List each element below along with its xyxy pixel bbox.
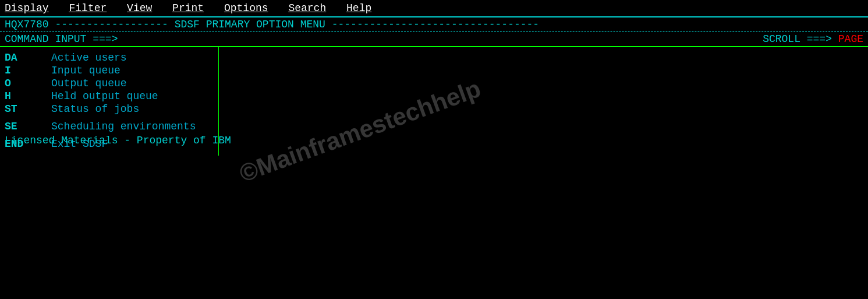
menu-item-search[interactable]: Search	[288, 2, 326, 14]
cmd-desc-i: Input queue	[51, 65, 121, 76]
cmd-desc-o: Output queue	[51, 78, 127, 89]
cmd-desc-h: Held output queue	[51, 90, 158, 102]
footer-text: Licensed Materials - Property of IBM	[5, 135, 231, 146]
scroll-label: SCROLL ===> PAGE	[763, 33, 863, 45]
cmd-code-st[interactable]: ST	[5, 103, 51, 115]
footer: Licensed Materials - Property of IBM	[0, 130, 236, 151]
cmd-desc-st: Status of jobs	[51, 103, 139, 115]
menu-row-h: H Held output queue	[5, 90, 863, 102]
cmd-desc-da: Active users	[51, 52, 127, 64]
scroll-value: PAGE	[838, 33, 863, 45]
menu-item-options[interactable]: Options	[224, 2, 268, 14]
menu-item-filter[interactable]: Filter	[69, 2, 107, 14]
menu-row-da: DA Active users	[5, 52, 863, 64]
menu-row-i: I Input queue	[5, 65, 863, 76]
command-input[interactable]	[120, 33, 236, 45]
content-area: ©Mainframestechhelp DA Active users I In…	[0, 47, 868, 156]
cmd-code-da[interactable]: DA	[5, 52, 51, 64]
terminal-window: Display Filter View Print Options Search…	[0, 0, 868, 299]
header-title: HQX7780 ------------------ SDSF PRIMARY …	[0, 17, 868, 32]
menu-row-st: ST Status of jobs	[5, 103, 863, 115]
command-label: COMMAND INPUT ===>	[5, 33, 118, 45]
menu-item-print[interactable]: Print	[172, 2, 204, 14]
cmd-code-o[interactable]: O	[5, 78, 51, 89]
menu-item-display[interactable]: Display	[5, 2, 49, 14]
header-title-text: HQX7780 ------------------ SDSF PRIMARY …	[5, 19, 539, 30]
cmd-code-i[interactable]: I	[5, 65, 51, 76]
menu-item-help[interactable]: Help	[346, 2, 371, 14]
command-row: COMMAND INPUT ===> SCROLL ===> PAGE	[0, 32, 868, 47]
menu-item-view[interactable]: View	[127, 2, 152, 14]
menu-row-o: O Output queue	[5, 78, 863, 89]
menu-bar: Display Filter View Print Options Search…	[0, 0, 868, 17]
cmd-code-h[interactable]: H	[5, 90, 51, 102]
